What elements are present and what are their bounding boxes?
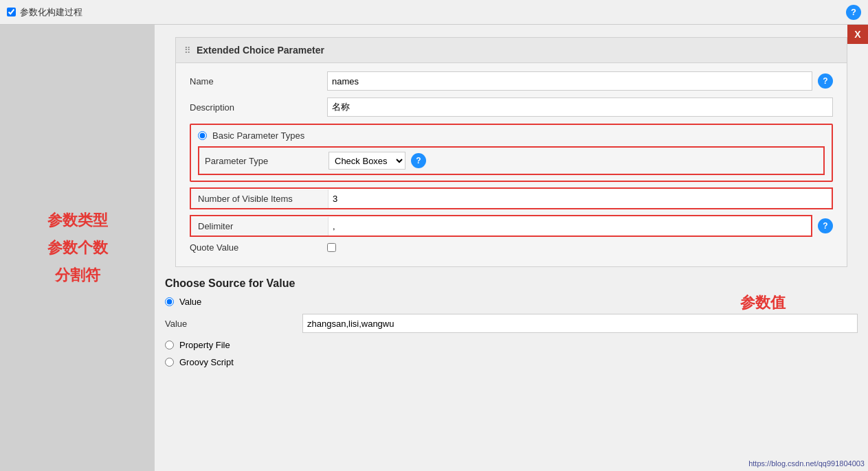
content-area: X ⠿ Extended Choice Parameter Name ?	[155, 25, 868, 471]
delimiter-label: Delimiter	[191, 217, 329, 236]
name-input[interactable]	[327, 71, 812, 91]
delimiter-input[interactable]	[329, 216, 811, 236]
annotation-delimiter: 分割符	[55, 265, 100, 286]
value-label: Value	[165, 319, 302, 329]
annotation-param-value: 参数值	[740, 292, 786, 313]
delimiter-row: Delimiter	[190, 215, 812, 237]
basic-param-types-radio[interactable]	[198, 131, 207, 140]
property-file-radio[interactable]	[165, 341, 174, 349]
visible-items-input[interactable]	[329, 189, 832, 208]
quote-value-label: Quote Value	[190, 242, 327, 253]
left-sidebar: 参数类型 参数个数 分割符	[0, 25, 155, 471]
quote-value-row: Quote Value	[190, 242, 833, 253]
basic-param-types-label: Basic Parameter Types	[212, 130, 304, 141]
panel-title: Extended Choice Parameter	[197, 45, 324, 56]
extended-choice-parameter-panel: ⠿ Extended Choice Parameter Name ? Descr…	[175, 37, 847, 267]
form-section: Name ? Description	[176, 63, 847, 266]
content-wrapper: ⠿ Extended Choice Parameter Name ? Descr…	[155, 25, 868, 384]
value-input[interactable]	[302, 314, 858, 333]
parameter-type-label: Parameter Type	[205, 156, 329, 166]
visible-items-row: Number of Visible Items	[190, 187, 833, 209]
main-layout: 参数类型 参数个数 分割符 X ⠿ Extended Choice Parame…	[0, 25, 868, 471]
annotation-param-count: 参数个数	[47, 238, 108, 258]
delimiter-help-icon[interactable]: ?	[818, 218, 833, 233]
top-bar-help-icon[interactable]: ?	[846, 5, 861, 20]
panel-header: ⠿ Extended Choice Parameter	[176, 38, 847, 63]
visible-items-label: Number of Visible Items	[191, 189, 329, 208]
groovy-script-radio[interactable]	[165, 358, 174, 367]
watermark: https://blog.csdn.net/qq991804003	[748, 459, 865, 468]
parameter-type-row: Parameter Type Check Boxes Radio Buttons…	[198, 146, 825, 175]
name-label: Name	[190, 76, 327, 87]
parameter-type-help-icon[interactable]: ?	[411, 153, 426, 168]
property-file-radio-row: Property File	[165, 340, 858, 350]
value-radio[interactable]	[165, 297, 174, 306]
choose-source-title: Choose Source for Value	[165, 277, 858, 290]
property-file-label: Property File	[179, 340, 230, 350]
value-radio-label: Value	[179, 297, 201, 307]
groovy-script-label: Groovy Script	[179, 357, 234, 367]
panel-drag-icon: ⠿	[184, 45, 191, 56]
description-input[interactable]	[327, 97, 833, 117]
description-row: Description	[190, 97, 833, 117]
quote-value-checkbox[interactable]	[327, 243, 336, 252]
parameter-type-select[interactable]: Check Boxes Radio Buttons Multi-Select S…	[329, 152, 405, 170]
basic-param-types-section: Basic Parameter Types Parameter Type Che…	[190, 124, 833, 182]
groovy-script-radio-row: Groovy Script	[165, 357, 858, 367]
close-button[interactable]: X	[847, 25, 868, 44]
top-bar: 参数化构建过程 ?	[0, 0, 868, 25]
name-help-icon[interactable]: ?	[818, 73, 833, 89]
name-row: Name ?	[190, 71, 833, 91]
value-input-row: Value	[165, 314, 858, 333]
choose-source-section: Choose Source for Value Value Value Prop…	[165, 277, 858, 367]
annotation-param-type: 参数类型	[47, 210, 108, 231]
basic-param-types-radio-row: Basic Parameter Types	[198, 130, 825, 141]
description-label: Description	[190, 102, 327, 113]
top-bar-title: 参数化构建过程	[20, 6, 82, 19]
parameterized-build-checkbox[interactable]	[7, 8, 16, 16]
